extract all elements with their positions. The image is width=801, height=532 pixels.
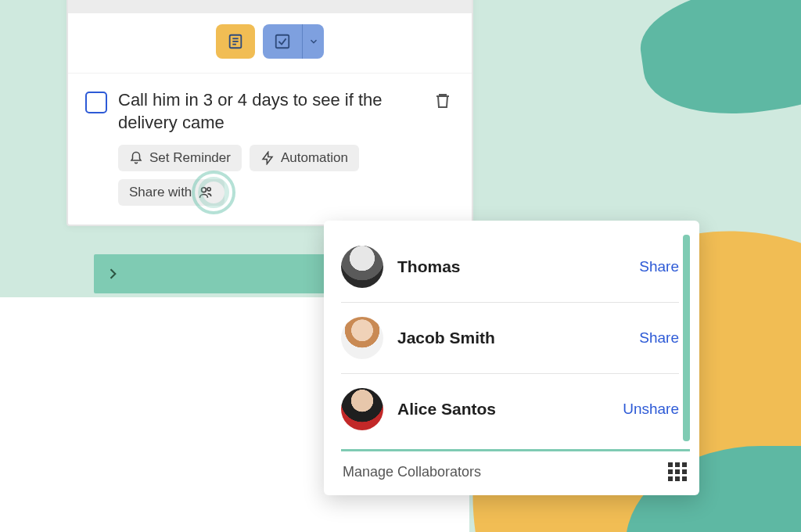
- note-button[interactable]: [216, 24, 255, 59]
- task-title[interactable]: Call him in 3 or 4 days to see if the de…: [118, 89, 420, 134]
- chevron-down-icon: [308, 36, 319, 47]
- task-checkbox[interactable]: [85, 92, 107, 113]
- share-action[interactable]: Share: [639, 329, 679, 347]
- svg-point-7: [207, 188, 210, 191]
- chip-label: Share with: [129, 185, 192, 200]
- card-toolbar: [68, 13, 472, 74]
- svg-marker-5: [263, 153, 272, 164]
- person-row-thomas: Thomas Share: [341, 232, 679, 303]
- manage-collaborators-link[interactable]: Manage Collaborators: [343, 464, 481, 480]
- person-name: Jacob Smith: [397, 329, 625, 347]
- unshare-action[interactable]: Unshare: [623, 401, 679, 418]
- popover-scrollbar[interactable]: [683, 235, 690, 441]
- delete-task-button[interactable]: [431, 89, 454, 113]
- task-card: Call him in 3 or 4 days to see if the de…: [66, 0, 473, 226]
- person-name: Thomas: [397, 257, 625, 276]
- card-topbar: [68, 0, 472, 13]
- bell-icon: [129, 151, 143, 165]
- set-reminder-chip[interactable]: Set Reminder: [118, 145, 242, 171]
- avatar: [341, 388, 383, 430]
- person-name: Alice Santos: [397, 400, 609, 419]
- share-with-chip[interactable]: Share with: [118, 179, 224, 206]
- chip-label: Automation: [281, 150, 348, 166]
- automation-chip[interactable]: Automation: [250, 145, 359, 171]
- people-icon: [198, 185, 214, 200]
- person-row-jacob: Jacob Smith Share: [341, 303, 679, 374]
- trash-icon: [433, 92, 452, 110]
- share-action[interactable]: Share: [639, 258, 679, 275]
- svg-rect-4: [276, 35, 289, 49]
- share-popover: Thomas Share Jacob Smith Share Alice San…: [324, 221, 699, 495]
- apps-grid-icon[interactable]: [668, 462, 687, 481]
- svg-point-6: [202, 188, 207, 192]
- chevron-right-icon: [105, 266, 120, 282]
- checkbox-icon: [274, 33, 291, 50]
- dropdown-toggle[interactable]: [302, 24, 324, 59]
- task-type-split-button[interactable]: [263, 24, 324, 59]
- avatar: [341, 246, 383, 288]
- note-icon: [227, 33, 244, 50]
- avatar: [341, 317, 383, 359]
- person-row-alice: Alice Santos Unshare: [341, 374, 679, 444]
- bolt-icon: [260, 151, 275, 165]
- chip-label: Set Reminder: [149, 150, 231, 166]
